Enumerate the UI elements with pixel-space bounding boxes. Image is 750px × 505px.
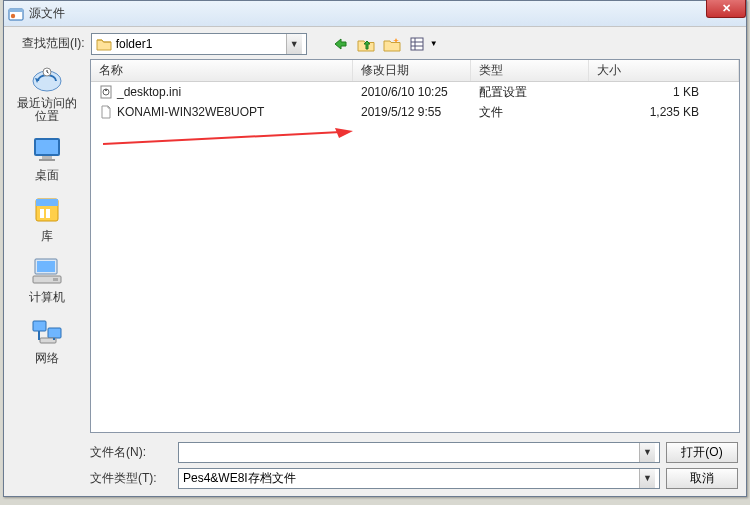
svg-rect-1 — [9, 9, 23, 12]
filename-dropdown[interactable]: ▼ — [639, 443, 655, 462]
place-label: 桌面 — [12, 167, 82, 184]
titlebar: 源文件 ✕ — [4, 1, 746, 27]
main-area: 最近访问的位置 桌面 库 计算机 — [4, 57, 746, 435]
svg-rect-11 — [42, 156, 52, 159]
svg-rect-20 — [53, 278, 58, 281]
filetype-combo[interactable]: Pes4&WE8I存档文件 ▼ — [178, 468, 660, 489]
svg-line-29 — [103, 132, 341, 144]
col-name[interactable]: 名称 — [91, 60, 353, 81]
col-date[interactable]: 修改日期 — [353, 60, 471, 81]
app-icon — [8, 6, 24, 22]
place-label: 库 — [12, 228, 82, 245]
computer-icon — [29, 255, 65, 287]
annotation-arrow — [103, 128, 353, 148]
close-button[interactable]: ✕ — [706, 0, 746, 18]
folder-icon — [96, 37, 112, 51]
place-network[interactable]: 网络 — [12, 316, 82, 373]
file-rows: _desktop.ini 2010/6/10 10:25 配置设置 1 KB K… — [91, 82, 739, 432]
file-type: 文件 — [479, 104, 503, 121]
file-type: 配置设置 — [479, 84, 527, 101]
svg-rect-15 — [40, 209, 44, 218]
svg-marker-30 — [335, 128, 353, 138]
network-icon — [29, 316, 65, 348]
cancel-button[interactable]: 取消 — [666, 468, 738, 489]
place-label: 计算机 — [12, 289, 82, 306]
place-computer[interactable]: 计算机 — [12, 255, 82, 312]
svg-rect-22 — [48, 328, 61, 338]
column-header: 名称 修改日期 类型 大小 — [91, 60, 739, 82]
svg-rect-14 — [36, 199, 58, 206]
lookup-dropdown[interactable]: ▼ — [286, 34, 302, 54]
place-desktop[interactable]: 桌面 — [12, 133, 82, 190]
file-row[interactable]: KONAMI-WIN32WE8UOPT 2019/5/12 9:55 文件 1,… — [91, 102, 739, 122]
file-date: 2010/6/10 10:25 — [361, 85, 448, 99]
svg-point-2 — [11, 13, 15, 17]
file-size: 1 KB — [673, 85, 699, 99]
lookup-folder: folder1 — [116, 37, 153, 51]
file-size: 1,235 KB — [650, 105, 699, 119]
ini-file-icon — [99, 85, 113, 99]
filetype-value: Pes4&WE8I存档文件 — [183, 470, 296, 487]
lookup-label: 查找范围(I): — [22, 35, 85, 52]
place-libraries[interactable]: 库 — [12, 194, 82, 251]
svg-rect-16 — [46, 209, 50, 218]
svg-rect-10 — [36, 140, 58, 154]
file-row[interactable]: _desktop.ini 2010/6/10 10:25 配置设置 1 KB — [91, 82, 739, 102]
place-label: 网络 — [12, 350, 82, 367]
lookup-combo[interactable]: folder1 ▼ — [91, 33, 307, 55]
file-date: 2019/5/12 9:55 — [361, 105, 441, 119]
generic-file-icon — [99, 105, 113, 119]
col-type[interactable]: 类型 — [471, 60, 589, 81]
svg-rect-18 — [37, 261, 55, 272]
back-button[interactable] — [329, 33, 351, 55]
chevron-down-icon: ▼ — [430, 39, 438, 48]
places-bar: 最近访问的位置 桌面 库 计算机 — [4, 57, 90, 435]
file-name: KONAMI-WIN32WE8UOPT — [117, 105, 264, 119]
close-icon: ✕ — [722, 2, 731, 15]
svg-rect-28 — [105, 89, 107, 91]
filename-label: 文件名(N): — [90, 444, 172, 461]
up-one-level-button[interactable] — [355, 33, 377, 55]
filetype-label: 文件类型(T): — [90, 470, 172, 487]
recent-icon — [29, 63, 65, 95]
new-folder-button[interactable] — [381, 33, 403, 55]
open-button[interactable]: 打开(O) — [666, 442, 738, 463]
svg-rect-21 — [33, 321, 46, 331]
file-name: _desktop.ini — [117, 85, 181, 99]
dialog-title: 源文件 — [29, 5, 65, 22]
file-list: 名称 修改日期 类型 大小 _desktop.ini 2010/6/10 10:… — [90, 59, 740, 433]
col-size[interactable]: 大小 — [589, 60, 739, 81]
libraries-icon — [29, 194, 65, 226]
view-menu-button[interactable]: ▼ — [407, 33, 441, 55]
svg-rect-12 — [39, 159, 55, 161]
bottom-panel: 文件名(N): ▼ 打开(O) 文件类型(T): Pes4&WE8I存档文件 ▼… — [4, 435, 746, 491]
svg-rect-3 — [411, 38, 423, 50]
place-label: 最近访问的位置 — [12, 97, 82, 123]
filetype-dropdown[interactable]: ▼ — [639, 469, 655, 488]
file-dialog: 源文件 ✕ 查找范围(I): folder1 ▼ ▼ — [3, 0, 747, 497]
desktop-icon — [29, 133, 65, 165]
filename-combo[interactable]: ▼ — [178, 442, 660, 463]
lookup-row: 查找范围(I): folder1 ▼ ▼ — [4, 27, 746, 57]
place-recent[interactable]: 最近访问的位置 — [12, 63, 82, 129]
